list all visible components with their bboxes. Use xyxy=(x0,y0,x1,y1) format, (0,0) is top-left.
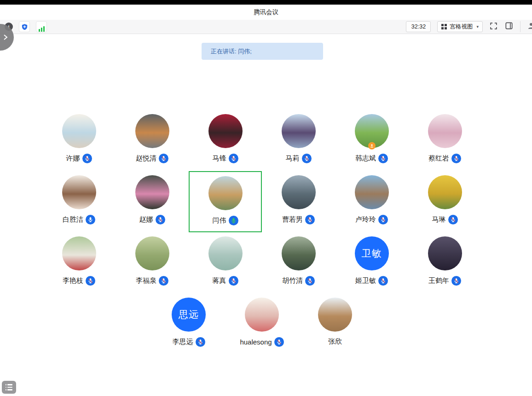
side-panel-icon[interactable] xyxy=(504,21,514,32)
avatar-initials: 思远 xyxy=(179,308,199,321)
participant-row: 李艳枝 李福泉 xyxy=(0,232,524,293)
participant-avatar xyxy=(282,114,316,148)
participant-tile[interactable]: 韩志斌 xyxy=(335,110,408,171)
window-title: 腾讯会议 xyxy=(254,8,278,17)
participant-name-row: 胡竹清 xyxy=(282,276,315,286)
participant-grid: 许娜 赵悦清 xyxy=(0,110,524,355)
participant-name-row: 蔡红岩 xyxy=(428,154,461,163)
participant-name-row: 马锋 xyxy=(213,154,238,163)
mic-status-icon xyxy=(229,216,238,225)
toolbar: i 32:32 宫格视图 ▾ xyxy=(0,20,532,34)
mic-status-icon xyxy=(451,154,461,163)
participant-name: 曹若男 xyxy=(282,215,303,224)
participant-name: 卢玲玲 xyxy=(355,215,376,224)
participant-tile[interactable]: hualesong xyxy=(226,293,299,355)
list-icon xyxy=(6,384,13,390)
participant-tile[interactable]: 蔡红岩 xyxy=(408,110,481,171)
participant-avatar xyxy=(245,298,279,332)
participant-avatar xyxy=(135,236,169,270)
fullscreen-icon[interactable] xyxy=(489,22,498,32)
toolbar-divider xyxy=(520,21,520,32)
participant-avatar xyxy=(282,236,316,270)
participant-name-row: 王鹤年 xyxy=(428,276,461,286)
participant-name: hualesong xyxy=(240,338,272,346)
mic-status-icon xyxy=(378,154,388,163)
mic-status-icon xyxy=(159,154,168,163)
participant-name: 王鹤年 xyxy=(428,276,449,285)
mic-status-icon xyxy=(274,337,284,347)
participant-tile[interactable]: 李福泉 xyxy=(116,232,189,293)
participant-avatar xyxy=(135,114,169,148)
participant-name: 张欣 xyxy=(328,337,342,346)
participant-tile[interactable]: 闫伟 xyxy=(189,171,262,232)
participant-name-row: 张欣 xyxy=(328,337,342,346)
toolbar-right-group: 32:32 宫格视图 ▾ xyxy=(406,20,532,34)
participant-tile[interactable]: 马锋 xyxy=(189,110,262,171)
mic-status-icon xyxy=(86,276,95,286)
participant-name-row: 白胜洁 xyxy=(63,215,95,224)
participant-tile[interactable]: 胡竹清 xyxy=(262,232,335,293)
participant-tile[interactable]: 张欣 xyxy=(299,293,372,355)
participant-avatar xyxy=(282,175,316,209)
participant-tile[interactable]: 白胜洁 xyxy=(42,171,116,232)
participant-name: 许娜 xyxy=(66,154,80,163)
participant-tile[interactable]: 卫敏 姬卫敏 xyxy=(335,232,408,293)
participant-tile[interactable]: 马莉 xyxy=(262,110,335,171)
participant-avatar xyxy=(208,236,243,270)
participant-tile[interactable]: 王鹤年 xyxy=(408,232,481,293)
participant-avatar xyxy=(62,114,96,148)
participant-name-row: 卢玲玲 xyxy=(355,215,388,224)
participant-tile[interactable]: 曹若男 xyxy=(262,171,335,232)
participant-avatar xyxy=(62,236,96,270)
participant-name-row: 姬卫敏 xyxy=(355,276,388,286)
mic-status-icon xyxy=(86,215,95,224)
participant-avatar: 思远 xyxy=(172,298,206,332)
participant-name: 胡竹清 xyxy=(282,276,303,285)
participant-name-row: 曹若男 xyxy=(282,215,315,224)
screen-top-bar xyxy=(0,0,532,5)
participant-avatar xyxy=(208,114,243,148)
avatar-initials: 卫敏 xyxy=(362,247,382,260)
participant-name-row: hualesong xyxy=(240,337,283,347)
members-icon[interactable] xyxy=(527,22,532,32)
participant-name-row: 李思远 xyxy=(173,337,205,347)
participant-tile[interactable]: 卢玲玲 xyxy=(335,171,408,232)
mic-status-icon xyxy=(196,337,205,347)
participant-name: 马琳 xyxy=(432,215,446,224)
mic-status-icon xyxy=(305,215,315,224)
participant-tile[interactable]: 赵悦清 xyxy=(116,110,189,171)
participant-name: 赵娜 xyxy=(139,215,153,224)
participant-tile[interactable]: 许娜 xyxy=(42,110,116,171)
participant-avatar xyxy=(208,176,243,210)
participant-tile[interactable]: 思远 李思远 xyxy=(152,293,226,355)
view-mode-label: 宫格视图 xyxy=(450,23,473,31)
participant-avatar xyxy=(428,236,462,270)
participant-name: 马锋 xyxy=(213,154,226,163)
participant-tile[interactable]: 赵娜 xyxy=(116,171,189,232)
speaking-banner: 正在讲话: 闫伟; xyxy=(202,43,323,60)
participant-name-row: 李福泉 xyxy=(136,276,168,286)
mic-status-icon xyxy=(451,276,461,286)
security-shield-icon[interactable] xyxy=(19,21,30,32)
view-mode-dropdown[interactable]: 宫格视图 ▾ xyxy=(437,21,483,32)
mic-status-icon xyxy=(448,215,458,224)
mic-status-icon xyxy=(159,276,168,286)
participant-tile[interactable]: 李艳枝 xyxy=(42,232,116,293)
participant-name-row: 李艳枝 xyxy=(63,276,95,286)
participant-name-row: 马莉 xyxy=(286,154,312,163)
participant-tile[interactable]: 蒋真 xyxy=(189,232,262,293)
participant-name: 白胜洁 xyxy=(63,215,83,224)
speaking-banner-text: 正在讲话: 闫伟; xyxy=(211,47,252,56)
participant-tile[interactable]: 马琳 xyxy=(408,171,481,232)
participant-avatar xyxy=(135,175,169,209)
member-list-button[interactable] xyxy=(2,381,16,394)
participant-row: 许娜 赵悦清 xyxy=(0,110,524,171)
network-signal-icon[interactable] xyxy=(36,21,47,32)
participant-name: 闫伟 xyxy=(213,216,226,225)
participant-row: 白胜洁 赵娜 xyxy=(0,171,524,232)
host-badge-icon xyxy=(368,142,376,149)
participant-name: 李思远 xyxy=(173,338,193,346)
meeting-timer: 32:32 xyxy=(406,21,431,32)
participant-avatar xyxy=(428,114,462,148)
participant-name: 姬卫敏 xyxy=(355,276,376,285)
